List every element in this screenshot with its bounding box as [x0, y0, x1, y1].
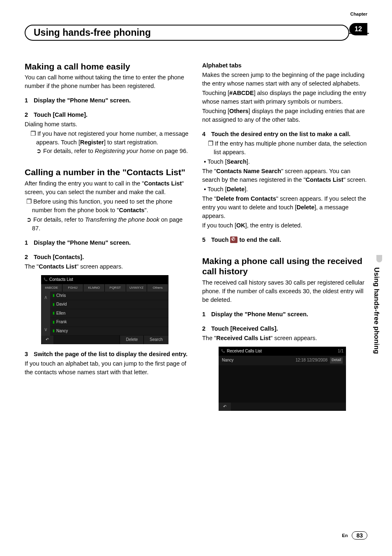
heading-making-call-home: Making a call home easily — [25, 61, 190, 72]
list-item[interactable]: Nancy 12:18 12/29/2008 Detail — [219, 356, 346, 366]
search-button[interactable]: Search — [143, 336, 168, 344]
step-text: Display the "Phone Menu" screen. — [34, 97, 131, 104]
ss-tab[interactable]: #ABCDE — [41, 284, 62, 292]
ss-tab[interactable]: Others — [147, 284, 168, 292]
side-tab-marker — [376, 255, 382, 262]
step-3: 3Switch the page of the list to display … — [25, 350, 190, 359]
left-column: Making a call home easily You can call h… — [25, 61, 190, 415]
up-arrow-icon[interactable]: ∧ — [44, 294, 48, 301]
end-call-icon — [230, 236, 238, 243]
step-2c: 2Touch [Received Calls]. — [202, 324, 367, 333]
screenshot-received-calls: 📞 Received Calls List 1/1 Nancy 12:18 12… — [219, 347, 346, 411]
paragraph: If you touch an alphabet tab, you can ju… — [25, 359, 190, 377]
ss-tab[interactable]: KLMNO — [83, 284, 105, 292]
text: ]. — [247, 158, 250, 165]
bullet-item: Touch [Delete]. — [202, 185, 367, 194]
paragraph: Touching [#ABCDE] also displays the page… — [202, 89, 367, 106]
phone-icon: 📞 — [44, 277, 48, 282]
step-text: Display the "Phone Menu" screen. — [211, 311, 308, 317]
ss-tab[interactable]: FGHIJ — [62, 284, 84, 292]
step-text: Touch [Received Calls]. — [211, 325, 278, 332]
text-bold: Others — [229, 108, 249, 114]
right-column: Alphabet tabs Makes the screen jump to t… — [202, 61, 367, 415]
step-5: 5Touch to end the call. — [202, 236, 367, 244]
paragraph: The received call history saves 30 calls… — [202, 278, 367, 304]
note-item: If the entry has multiple phone number d… — [202, 139, 367, 157]
contact-name: Chris — [56, 293, 66, 299]
text: The " — [25, 263, 39, 270]
paragraph: If you touch [OK], the entry is deleted. — [202, 221, 367, 230]
text: ". — [145, 207, 148, 213]
text: After finding the entry you want to call… — [25, 180, 144, 187]
back-button[interactable]: ↶ — [219, 403, 231, 411]
ss-tab[interactable]: UVWXYZ — [126, 284, 148, 292]
bullet-item: Touch [Search]. — [202, 158, 367, 166]
text-bold: Contacts List — [39, 263, 76, 270]
text-bold: Delete from Contacts — [216, 195, 276, 202]
ss-tab[interactable]: PQRST — [105, 284, 126, 292]
ss-alphabet-tabs: #ABCDE FGHIJ KLMNO PQRST UVWXYZ Others — [41, 284, 168, 292]
delete-button[interactable]: Delete — [120, 336, 143, 344]
text-bold: Delete — [227, 186, 245, 192]
text-italic: Transferring the phone book — [85, 216, 159, 223]
list-item[interactable]: ▮Chris — [50, 292, 168, 301]
text: " screen appears. — [270, 335, 317, 341]
ref-item: For details, refer to Registering your h… — [25, 147, 190, 155]
paragraph: Touching [Others] displays the page incl… — [202, 107, 367, 124]
side-section-label: Using hands-free phoning — [372, 267, 380, 354]
step-text: Touch [Call Home]. — [34, 111, 88, 118]
ss-footer: ↶ Delete Search — [41, 336, 168, 344]
text: " screen. — [344, 176, 367, 183]
text-bold: Search — [227, 158, 247, 165]
step-4: 4Touch the desired entry on the list to … — [202, 130, 367, 139]
text-italic: Registering your home — [95, 148, 155, 154]
subheading-alphabet-tabs: Alphabet tabs — [202, 61, 367, 70]
text: Touching [ — [202, 108, 229, 114]
step-text: to end the call. — [238, 236, 281, 243]
text-bold: Received Calls List — [216, 335, 270, 341]
text-bold: Contacts Name Search — [216, 168, 281, 174]
contact-name: David — [56, 301, 67, 308]
text: Before using this function, you need to … — [32, 198, 173, 213]
paragraph: Makes the screen jump to the beginning o… — [202, 71, 367, 88]
text-bold: Register — [80, 139, 104, 146]
paragraph: The "Contacts Name Search" screen appear… — [202, 167, 367, 184]
ss-title-text: Contacts List — [49, 277, 73, 283]
text: Touch [ — [208, 186, 227, 192]
text-bold: Contacts List — [306, 176, 344, 183]
ss-title-bar: 📞 Contacts List — [41, 275, 168, 285]
paragraph: You can call home without taking the tim… — [25, 73, 190, 90]
detail-button[interactable]: Detail — [330, 357, 343, 364]
text: ]. — [244, 186, 248, 192]
list-item[interactable]: ▮Ellen — [50, 309, 168, 318]
list-item[interactable]: ▮Frank — [50, 318, 168, 327]
text: on page 96. — [155, 148, 188, 154]
header-bar: Using hands-free phoning — [25, 25, 367, 41]
header-pill: Using hands-free phoning — [25, 25, 349, 41]
page-title: Using hands-free phoning — [34, 27, 151, 38]
down-arrow-icon[interactable]: ∨ — [44, 326, 48, 333]
footer-lang: En — [342, 533, 348, 538]
text-bold: OK — [236, 222, 245, 229]
text: The " — [202, 335, 216, 341]
step-text: Touch — [211, 236, 230, 243]
paragraph: Dialing home starts. — [25, 120, 190, 129]
text: The " — [202, 168, 216, 174]
step-1: 1Display the "Phone Menu" screen. — [25, 96, 190, 105]
phone-icon: 📞 — [221, 349, 225, 354]
list-item[interactable]: ▮Nancy — [50, 327, 168, 336]
back-button[interactable]: ↶ — [41, 336, 53, 344]
heading-received-call-history: Making a phone call using the received c… — [202, 256, 367, 276]
text: Touching [ — [202, 90, 229, 96]
mobile-icon: ▮ — [53, 302, 55, 307]
contact-name: Frank — [56, 319, 67, 325]
ss-footer: ↶ — [219, 403, 346, 411]
step-2b: 2Touch [Contacts]. — [25, 253, 190, 262]
mobile-icon: ▮ — [53, 320, 55, 325]
ss-scrollbar[interactable]: ∧ ∨ — [41, 292, 50, 336]
footer-page-number: 83 — [352, 531, 367, 540]
paragraph: After finding the entry you want to call… — [25, 179, 190, 197]
ss-title-text: Received Calls List — [227, 348, 262, 354]
list-item[interactable]: ▮David — [50, 300, 168, 309]
empty-area — [219, 366, 346, 403]
